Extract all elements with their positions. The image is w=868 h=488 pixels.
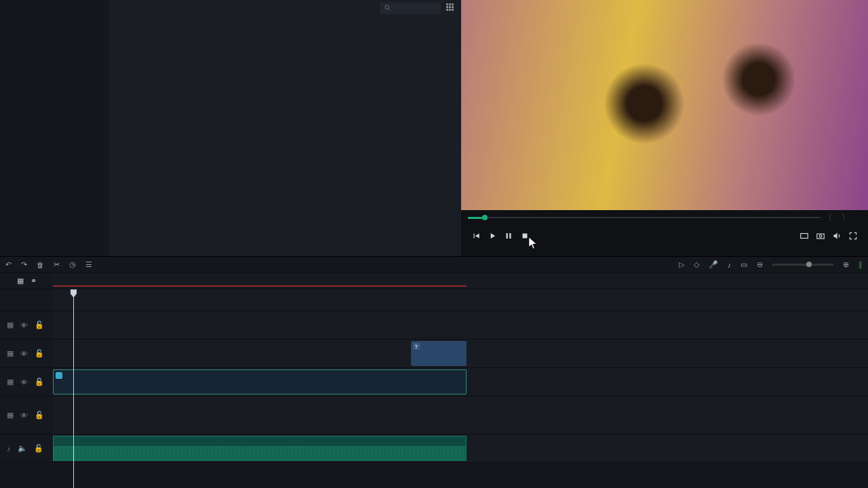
category-sidebar bbox=[0, 0, 108, 256]
audio-meter-icon[interactable]: ∥ bbox=[859, 260, 863, 269]
lock-icon[interactable]: 🔓 bbox=[35, 411, 44, 420]
visibility-icon[interactable]: 👁 bbox=[20, 321, 28, 329]
redo-icon[interactable]: ↷ bbox=[21, 260, 27, 269]
visibility-icon[interactable]: 👁 bbox=[20, 378, 28, 386]
preview-scrubber[interactable]: 〔 〕 bbox=[468, 213, 861, 222]
track-video-3: ▦ 👁 🔓 bbox=[0, 311, 868, 340]
delete-icon[interactable]: 🗑 bbox=[37, 261, 44, 269]
svg-point-5 bbox=[819, 235, 822, 238]
render-icon[interactable]: ▷ bbox=[679, 260, 684, 269]
cut-icon[interactable]: ✂ bbox=[54, 260, 60, 269]
svg-point-0 bbox=[385, 5, 389, 9]
play-button[interactable] bbox=[484, 228, 500, 244]
prev-frame-button[interactable] bbox=[468, 228, 484, 244]
link-icon[interactable]: ⚭ bbox=[31, 277, 37, 285]
mark-out-icon: 〕 bbox=[841, 212, 849, 224]
track-type-icon: ▦ bbox=[7, 349, 14, 358]
zoom-out-icon[interactable]: ⊖ bbox=[757, 260, 763, 269]
music-note-icon: ♪ bbox=[7, 445, 11, 453]
effects-grid bbox=[108, 16, 461, 24]
zoom-slider[interactable] bbox=[772, 264, 833, 266]
track-audio: ♪ 🔈 🔓 bbox=[0, 434, 868, 463]
visibility-icon[interactable]: 👁 bbox=[20, 350, 28, 358]
title-icon: T bbox=[413, 343, 420, 350]
svg-rect-3 bbox=[801, 234, 808, 239]
search-icon bbox=[384, 4, 391, 13]
track-video-main: ▦ 👁 🔓 bbox=[0, 396, 868, 434]
volume-icon[interactable] bbox=[829, 228, 845, 244]
preview-panel: 〔 〕 bbox=[461, 0, 868, 256]
track-type-icon: ▦ bbox=[7, 378, 14, 386]
effects-browser bbox=[108, 0, 461, 256]
playhead[interactable] bbox=[73, 289, 74, 488]
undo-icon[interactable]: ↶ bbox=[5, 260, 12, 269]
waveform bbox=[54, 446, 466, 460]
lock-icon[interactable]: 🔓 bbox=[34, 444, 43, 453]
svg-rect-4 bbox=[817, 234, 825, 239]
zoom-in-icon[interactable]: ⊕ bbox=[843, 260, 849, 269]
clip-label bbox=[64, 370, 69, 373]
clip-label bbox=[421, 341, 427, 344]
track-type-icon: ▦ bbox=[7, 321, 14, 329]
lock-icon[interactable]: 🔓 bbox=[35, 349, 44, 358]
search-input[interactable] bbox=[393, 4, 434, 12]
track-manage-icon[interactable]: ▦ bbox=[17, 277, 24, 285]
svg-rect-2 bbox=[523, 234, 528, 239]
lock-icon[interactable]: 🔓 bbox=[35, 378, 44, 386]
lock-icon[interactable]: 🔓 bbox=[35, 321, 44, 329]
list-icon[interactable]: ☰ bbox=[85, 260, 92, 269]
visibility-icon[interactable]: 👁 bbox=[20, 411, 28, 420]
aspect-icon[interactable] bbox=[796, 228, 812, 244]
effect-icon bbox=[56, 372, 62, 379]
svg-line-1 bbox=[389, 8, 390, 9]
crop-icon[interactable]: ▭ bbox=[741, 260, 747, 269]
effect-clip[interactable] bbox=[53, 369, 467, 394]
audio-clip[interactable] bbox=[53, 436, 467, 461]
track-type-icon: ▦ bbox=[7, 411, 14, 420]
mark-in-icon: 〔 bbox=[825, 212, 833, 224]
mouse-cursor bbox=[529, 237, 537, 249]
music-icon[interactable]: ♪ bbox=[728, 261, 732, 269]
title-clip[interactable]: T bbox=[411, 341, 467, 366]
fullscreen-icon[interactable] bbox=[845, 228, 861, 244]
marker-icon[interactable]: ◇ bbox=[694, 260, 699, 269]
record-vo-icon[interactable]: 🎤 bbox=[709, 260, 718, 269]
speed-icon[interactable]: ◷ bbox=[69, 260, 76, 269]
track-titles: ▦ 👁 🔓 T bbox=[0, 340, 868, 368]
clip-label bbox=[54, 436, 466, 439]
tracks-area: ▦ 👁 🔓 ▦ 👁 🔓 T ▦ 👁 🔓 bbox=[0, 289, 868, 488]
grid-view-icon[interactable] bbox=[446, 3, 456, 13]
preview-viewport[interactable] bbox=[461, 0, 868, 210]
timeline-panel: ↶ ↷ 🗑 ✂ ◷ ☰ ▷ ◇ 🎤 ♪ ▭ ⊖ ⊕ ∥ ▦ ⚭ bbox=[0, 256, 868, 488]
timeline-ruler[interactable] bbox=[53, 273, 868, 289]
track-empty-1 bbox=[0, 289, 868, 311]
mute-icon[interactable]: 🔈 bbox=[18, 444, 27, 453]
pause-button[interactable] bbox=[500, 228, 517, 244]
timeline-toolbar: ↶ ↷ 🗑 ✂ ◷ ☰ ▷ ◇ 🎤 ♪ ▭ ⊖ ⊕ ∥ bbox=[0, 257, 868, 273]
snapshot-icon[interactable] bbox=[812, 228, 829, 244]
track-effects: ▦ 👁 🔓 bbox=[0, 368, 868, 396]
search-box[interactable] bbox=[380, 3, 441, 14]
